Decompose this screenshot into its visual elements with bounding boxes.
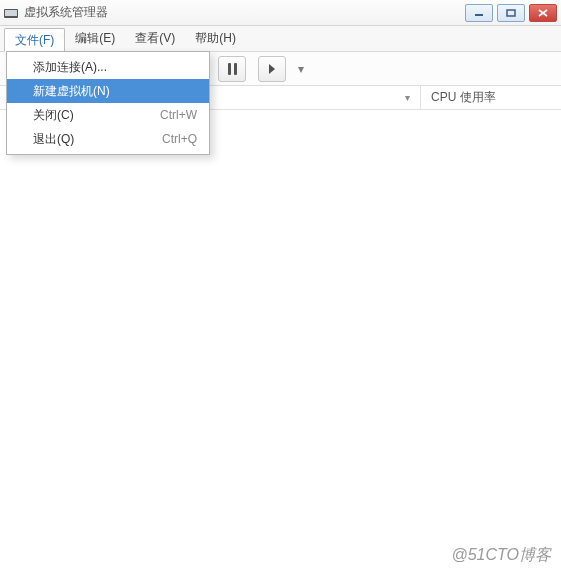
vm-list-area: [0, 110, 561, 578]
menu-item-label: 添加连接(A)...: [33, 59, 179, 76]
close-button[interactable]: [529, 4, 557, 22]
column-header-cpu[interactable]: CPU 使用率: [421, 86, 561, 109]
menu-item-label: 关闭(C): [33, 107, 142, 124]
menu-item-quit[interactable]: 退出(Q) Ctrl+Q: [7, 127, 209, 151]
minimize-button[interactable]: [465, 4, 493, 22]
toolbar-button-play[interactable]: [258, 56, 286, 82]
menu-item-label: 退出(Q): [33, 131, 144, 148]
menu-bar: 文件(F) 编辑(E) 查看(V) 帮助(H): [0, 26, 561, 52]
menu-item-close[interactable]: 关闭(C) Ctrl+W: [7, 103, 209, 127]
menu-item-new-vm[interactable]: 新建虚拟机(N): [7, 79, 209, 103]
svg-rect-1: [5, 10, 17, 16]
menu-item-accel: Ctrl+Q: [144, 132, 197, 146]
window-title: 虚拟系统管理器: [24, 4, 465, 21]
title-bar: 虚拟系统管理器: [0, 0, 561, 26]
menu-item-accel: Ctrl+W: [142, 108, 197, 122]
menu-help[interactable]: 帮助(H): [185, 26, 246, 51]
svg-rect-3: [507, 10, 515, 16]
menu-edit[interactable]: 编辑(E): [65, 26, 125, 51]
window-controls: [465, 4, 557, 22]
column-header-cpu-label: CPU 使用率: [431, 89, 496, 106]
menu-item-add-connection[interactable]: 添加连接(A)...: [7, 55, 209, 79]
app-icon: [4, 6, 20, 20]
sort-indicator-icon: ▾: [405, 92, 410, 103]
maximize-button[interactable]: [497, 4, 525, 22]
toolbar-dropdown-caret-icon[interactable]: ▾: [298, 62, 304, 76]
watermark: @51CTO博客: [451, 545, 551, 566]
file-menu-dropdown: 添加连接(A)... 新建虚拟机(N) 关闭(C) Ctrl+W 退出(Q) C…: [6, 51, 210, 155]
toolbar-button-pause[interactable]: [218, 56, 246, 82]
menu-file[interactable]: 文件(F): [4, 28, 65, 52]
svg-rect-2: [475, 14, 483, 16]
menu-item-label: 新建虚拟机(N): [33, 83, 179, 100]
menu-view[interactable]: 查看(V): [125, 26, 185, 51]
